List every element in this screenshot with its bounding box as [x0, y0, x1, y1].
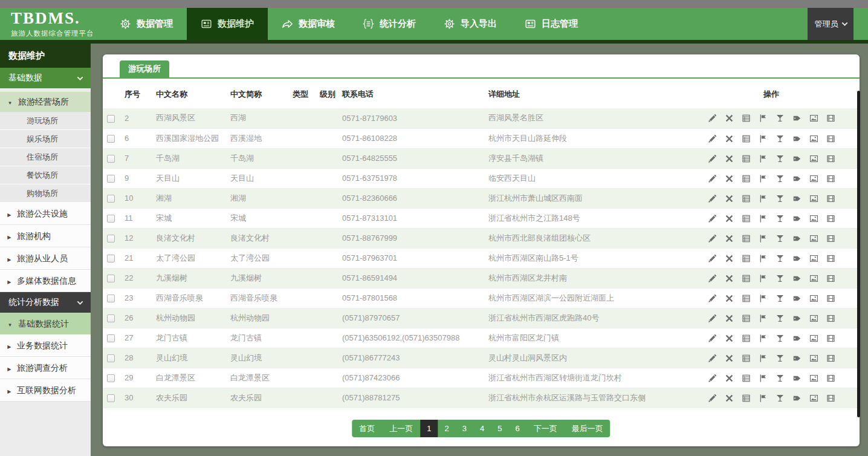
flag-icon[interactable]: [759, 134, 768, 143]
flag-icon[interactable]: [759, 174, 768, 183]
video-icon[interactable]: [826, 194, 835, 203]
sidebar-item-5[interactable]: 餐饮场所: [0, 166, 91, 184]
edit-icon[interactable]: [708, 194, 717, 203]
row-checkbox[interactable]: [107, 115, 115, 123]
image-icon[interactable]: [809, 294, 818, 303]
detail-icon[interactable]: [742, 254, 751, 263]
user-menu[interactable]: 管理员: [808, 8, 853, 40]
edit-icon[interactable]: [708, 314, 717, 323]
filter-icon[interactable]: [776, 234, 785, 243]
row-checkbox[interactable]: [107, 354, 115, 362]
row-checkbox[interactable]: [107, 155, 115, 163]
row-checkbox[interactable]: [107, 215, 115, 223]
sidebar-item-14[interactable]: ▶旅游调查分析: [0, 357, 91, 379]
edit-icon[interactable]: [708, 214, 717, 223]
tag-icon[interactable]: [792, 134, 802, 143]
video-icon[interactable]: [826, 334, 835, 343]
delete-icon[interactable]: [725, 334, 734, 343]
page-button-9[interactable]: 最后一页: [565, 420, 611, 437]
delete-icon[interactable]: [725, 214, 734, 223]
tag-icon[interactable]: [792, 254, 802, 263]
flag-icon[interactable]: [759, 334, 768, 343]
delete-icon[interactable]: [725, 394, 734, 403]
tag-icon[interactable]: [792, 194, 802, 203]
delete-icon[interactable]: [725, 314, 734, 323]
delete-icon[interactable]: [725, 134, 734, 143]
flag-icon[interactable]: [759, 234, 768, 243]
image-icon[interactable]: [809, 214, 818, 223]
video-icon[interactable]: [826, 234, 835, 243]
flag-icon[interactable]: [759, 354, 768, 363]
filter-icon[interactable]: [776, 354, 785, 363]
sidebar-item-1[interactable]: ▼旅游经营场所: [0, 92, 91, 112]
page-button-6[interactable]: 6: [508, 420, 526, 437]
video-icon[interactable]: [826, 394, 835, 403]
delete-icon[interactable]: [725, 114, 734, 123]
filter-icon[interactable]: [776, 274, 785, 283]
sidebar-item-12[interactable]: ▼基础数据统计: [0, 313, 91, 334]
tag-icon[interactable]: [792, 234, 802, 243]
nav-item-4[interactable]: 导入导出: [430, 8, 511, 40]
detail-icon[interactable]: [742, 214, 751, 223]
filter-icon[interactable]: [776, 294, 785, 303]
delete-icon[interactable]: [725, 254, 734, 263]
row-checkbox[interactable]: [107, 195, 115, 203]
detail-icon[interactable]: [742, 194, 751, 203]
row-checkbox[interactable]: [107, 314, 115, 322]
edit-icon[interactable]: [708, 134, 717, 143]
tag-icon[interactable]: [792, 294, 802, 303]
filter-icon[interactable]: [776, 254, 785, 263]
sidebar-item-2[interactable]: 游玩场所: [0, 112, 91, 130]
page-button-8[interactable]: 下一页: [526, 420, 565, 437]
video-icon[interactable]: [826, 294, 835, 303]
tag-icon[interactable]: [792, 114, 802, 123]
image-icon[interactable]: [809, 394, 818, 403]
video-icon[interactable]: [826, 314, 835, 323]
image-icon[interactable]: [809, 114, 818, 123]
nav-item-1[interactable]: 数据维护: [187, 8, 268, 40]
nav-item-0[interactable]: 数据管理: [106, 8, 187, 40]
video-icon[interactable]: [826, 254, 835, 263]
filter-icon[interactable]: [776, 194, 785, 203]
flag-icon[interactable]: [759, 154, 768, 163]
page-button-2[interactable]: 2: [438, 420, 456, 437]
row-checkbox[interactable]: [107, 235, 115, 243]
nav-item-2[interactable]: 数据审核: [268, 8, 349, 40]
delete-icon[interactable]: [725, 174, 734, 183]
edit-icon[interactable]: [708, 254, 717, 263]
delete-icon[interactable]: [725, 374, 734, 383]
row-checkbox[interactable]: [107, 255, 115, 262]
row-checkbox[interactable]: [107, 394, 115, 402]
nav-item-5[interactable]: 日志管理: [511, 8, 592, 40]
delete-icon[interactable]: [725, 274, 734, 283]
sidebar-item-10[interactable]: ▶多媒体数据信息: [0, 270, 91, 292]
edit-icon[interactable]: [708, 174, 717, 183]
image-icon[interactable]: [809, 174, 818, 183]
row-checkbox[interactable]: [107, 334, 115, 342]
video-icon[interactable]: [826, 274, 835, 283]
tag-icon[interactable]: [792, 334, 802, 343]
flag-icon[interactable]: [759, 294, 768, 303]
vertical-scrollbar[interactable]: [857, 91, 860, 417]
page-button-4[interactable]: 4: [473, 420, 491, 437]
image-icon[interactable]: [809, 274, 818, 283]
detail-icon[interactable]: [742, 174, 751, 183]
detail-icon[interactable]: [742, 154, 751, 163]
nav-item-3[interactable]: 统计分析: [349, 8, 430, 40]
detail-icon[interactable]: [742, 234, 751, 243]
filter-icon[interactable]: [776, 334, 785, 343]
sidebar-item-0[interactable]: 基础数据: [0, 68, 91, 88]
detail-icon[interactable]: [742, 374, 751, 383]
flag-icon[interactable]: [759, 374, 768, 383]
flag-icon[interactable]: [759, 314, 768, 323]
tag-icon[interactable]: [792, 214, 802, 223]
video-icon[interactable]: [826, 134, 835, 143]
sidebar-item-13[interactable]: ▶业务数据统计: [0, 334, 91, 357]
detail-icon[interactable]: [742, 394, 751, 403]
sidebar-item-8[interactable]: ▶旅游机构: [0, 225, 91, 247]
video-icon[interactable]: [826, 174, 835, 183]
flag-icon[interactable]: [759, 274, 768, 283]
video-icon[interactable]: [826, 154, 835, 163]
flag-icon[interactable]: [759, 214, 768, 223]
filter-icon[interactable]: [776, 174, 785, 183]
